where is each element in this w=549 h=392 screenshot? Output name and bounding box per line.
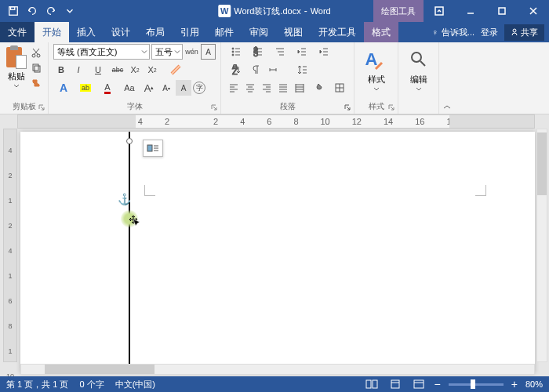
svg-rect-8: [35, 66, 40, 72]
status-lang[interactable]: 中文(中国): [115, 379, 155, 390]
tab-file[interactable]: 文件: [0, 22, 35, 42]
numbering-button[interactable]: 123: [248, 44, 268, 60]
increase-indent-button[interactable]: [314, 44, 334, 60]
zoom-slider[interactable]: [449, 383, 504, 386]
font-launcher[interactable]: [209, 103, 219, 112]
tab-mailings[interactable]: 邮件: [207, 22, 242, 42]
svg-rect-20: [366, 380, 371, 388]
horizontal-ruler[interactable]: L210864224681012141618202224262830L43638…: [17, 114, 535, 129]
view-print-button[interactable]: [387, 378, 403, 390]
phonetic-button[interactable]: wén: [184, 44, 199, 60]
vertical-ruler[interactable]: 421241681101211416118: [3, 129, 17, 362]
binding-line-shape[interactable]: [129, 132, 130, 373]
document-page[interactable]: ⚓: [20, 132, 535, 373]
paragraph-launcher[interactable]: [343, 103, 352, 112]
bold-button[interactable]: B: [53, 62, 69, 78]
line-spacing-button[interactable]: [292, 62, 312, 78]
subscript-button[interactable]: X2: [127, 62, 143, 78]
font-color-button[interactable]: A: [97, 80, 118, 96]
align-center-button[interactable]: [242, 80, 257, 96]
zoom-in-button[interactable]: +: [511, 378, 518, 390]
text-effects-button[interactable]: A: [53, 80, 74, 96]
font-size-combo[interactable]: 五号: [151, 44, 183, 60]
layout-options-button[interactable]: [143, 140, 163, 157]
ribbon-display-options[interactable]: [424, 0, 455, 22]
align-left-button[interactable]: [226, 80, 241, 96]
editing-button[interactable]: 编辑: [403, 44, 434, 94]
tab-home[interactable]: 开始: [35, 22, 69, 42]
bullets-button[interactable]: [226, 44, 246, 60]
qat-customize[interactable]: [61, 2, 78, 20]
char-border-button[interactable]: A: [201, 44, 216, 60]
tab-insert[interactable]: 插入: [69, 22, 104, 42]
align-right-button[interactable]: [259, 80, 274, 96]
highlight-button[interactable]: ab: [75, 80, 96, 96]
tab-layout[interactable]: 布局: [138, 22, 173, 42]
tab-developer[interactable]: 开发工具: [311, 22, 364, 42]
status-bar: 第 1 页，共 1 页 0 个字 中文(中国) − + 80%: [0, 376, 549, 392]
share-button[interactable]: 共享: [504, 24, 544, 41]
group-label-font: 字体: [49, 100, 220, 114]
zoom-out-button[interactable]: −: [434, 378, 441, 390]
decrease-indent-button[interactable]: [292, 44, 312, 60]
svg-rect-3: [499, 8, 505, 14]
paste-button[interactable]: 粘贴: [5, 44, 27, 91]
clipboard-launcher[interactable]: [37, 103, 46, 112]
multilevel-button[interactable]: [270, 44, 290, 60]
close-button[interactable]: [518, 0, 549, 22]
shading-button[interactable]: [308, 80, 328, 96]
group-font: 等线 (西文正文) 五号 wén A B I U abc X2 X2 A ab …: [49, 42, 221, 114]
horizontal-scrollbar[interactable]: [20, 364, 535, 375]
tab-view[interactable]: 视图: [276, 22, 311, 42]
superscript-button[interactable]: X2: [144, 62, 160, 78]
svg-rect-19: [147, 145, 152, 151]
sort-button[interactable]: AZ: [226, 62, 246, 78]
word-icon: W: [218, 5, 231, 17]
find-icon: [406, 47, 431, 72]
styles-button[interactable]: A 样式: [359, 44, 393, 94]
underline-button[interactable]: U: [88, 62, 108, 78]
change-case-button[interactable]: Aa: [119, 80, 140, 96]
vertical-scrollbar[interactable]: [536, 129, 547, 362]
qat-undo[interactable]: [24, 2, 41, 20]
tell-me[interactable]: ♀ 告诉我...: [432, 27, 474, 38]
enclose-char-button[interactable]: 字: [193, 82, 205, 94]
align-justify-button[interactable]: [275, 80, 290, 96]
char-shading-button[interactable]: A: [176, 80, 191, 96]
vscroll-thumb[interactable]: [537, 132, 547, 195]
hscroll-thumb[interactable]: [45, 365, 155, 374]
tab-review[interactable]: 审阅: [242, 22, 276, 42]
margin-mark-tl: [144, 185, 155, 196]
clear-format-button[interactable]: [168, 62, 184, 78]
view-read-button[interactable]: [364, 378, 380, 390]
tab-design[interactable]: 设计: [104, 22, 138, 42]
strike-button[interactable]: abc: [110, 62, 125, 78]
signin-link[interactable]: 登录: [481, 27, 498, 38]
qat-redo[interactable]: [42, 2, 60, 20]
status-page[interactable]: 第 1 页，共 1 页: [6, 379, 68, 390]
char-scale-button[interactable]: [265, 62, 281, 78]
format-painter-button[interactable]: [29, 77, 43, 91]
borders-button[interactable]: [329, 80, 349, 96]
italic-button[interactable]: I: [71, 62, 86, 78]
shrink-font-button[interactable]: A▾: [158, 80, 174, 96]
collapse-ribbon-button[interactable]: [439, 42, 455, 114]
editing-label: 编辑: [410, 74, 427, 85]
grow-font-button[interactable]: A▴: [141, 80, 157, 96]
font-name-combo[interactable]: 等线 (西文正文): [53, 44, 150, 60]
copy-button[interactable]: [29, 61, 43, 75]
shape-handle-top[interactable]: [126, 138, 133, 144]
view-web-button[interactable]: [411, 378, 427, 390]
styles-launcher[interactable]: [387, 103, 396, 112]
align-distributed-button[interactable]: [292, 80, 307, 96]
status-words[interactable]: 0 个字: [79, 379, 104, 390]
minimize-button[interactable]: [455, 0, 486, 22]
cut-button[interactable]: [29, 45, 43, 60]
tab-format[interactable]: 格式: [364, 22, 398, 42]
qat-save[interactable]: [5, 2, 22, 20]
maximize-button[interactable]: [486, 0, 518, 22]
show-marks-button[interactable]: [248, 62, 264, 78]
zoom-level[interactable]: 80%: [525, 379, 543, 389]
tab-references[interactable]: 引用: [173, 22, 207, 42]
svg-rect-1: [11, 7, 15, 10]
